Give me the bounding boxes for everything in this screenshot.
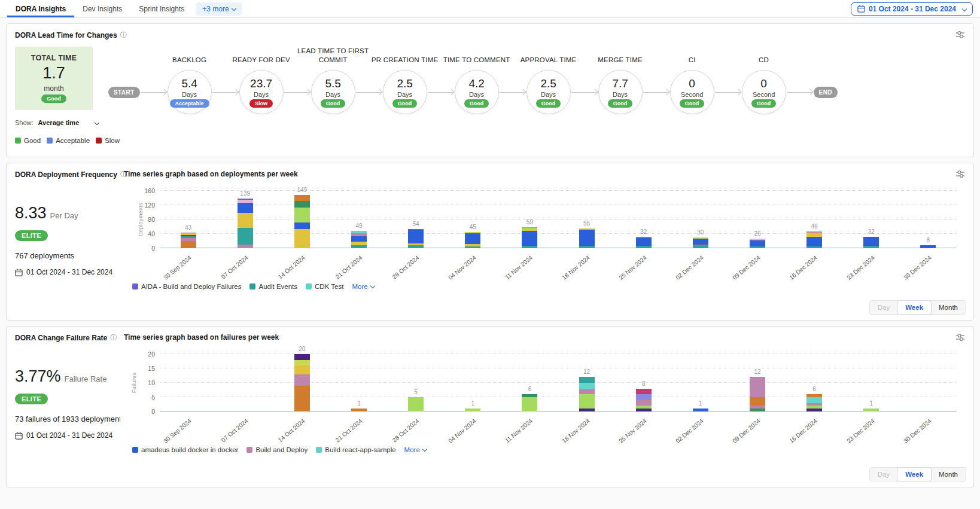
stage-cd[interactable]: CD0SecondGood [742,70,786,114]
bar-segment [294,223,310,229]
bar-slot: 4616 Dec 2024 [786,191,843,248]
bar-segment [636,400,652,406]
legend-label: Good [24,137,41,144]
deployment-summary: 767 deployments [15,251,120,260]
toggle-day-button[interactable]: Day [870,468,897,481]
deployment-granularity-toggle: Day Week Month [869,300,966,315]
bar-14-oct-2024[interactable] [294,195,310,248]
bar-value-label: 32 [640,228,647,235]
deployment-title: DORA Deployment Frequency [15,170,117,179]
date-range-button[interactable]: 01 Oct 2024 - 31 Dec 2024 [851,2,973,16]
bar-value-label: 54 [413,221,419,227]
bar-slots: 4330 Sep 202413907 Oct 202414914 Oct 202… [160,191,957,248]
change-failure-rate-panel: DORA Change Failure Rate ⓘ Time series g… [6,326,974,487]
bar-segment [863,409,879,412]
bar-02-dec-2024[interactable] [693,237,708,248]
legend-more-link[interactable]: More [404,446,427,453]
bar-18-nov-2024[interactable] [579,377,595,412]
lead-time-title: DORA Lead Time for Changes [15,31,117,39]
bar-11-nov-2024[interactable] [522,227,537,248]
bar-segment [579,409,595,412]
bar-28-oct-2024[interactable] [408,229,424,248]
total-time-card: TOTAL TIME 1.7 month Good [15,47,93,110]
bar-11-nov-2024[interactable] [522,394,537,412]
toggle-week-button[interactable]: Week [897,467,932,481]
info-icon[interactable]: ⓘ [120,31,127,39]
stage-status-badge: Good [680,99,705,108]
panel-settings-button[interactable] [955,333,965,342]
bar-segment [408,230,424,243]
stage-ready-for-dev[interactable]: READY FOR DEV23.7DaysSlow [239,70,284,114]
bar-segment [806,246,822,248]
legend-more-link[interactable]: More [352,283,374,290]
stage-unit: Days [613,91,628,98]
failure-granularity-toggle: Day Week Month [869,467,966,481]
x-tick-label: 18 Nov 2024 [561,417,591,444]
bar-slot: 830 Dec 2024 [900,191,957,248]
bar-value-label: 5 [414,389,418,395]
tab-sprint-insights[interactable]: Sprint Insights [130,0,193,17]
panel-settings-button[interactable] [955,31,965,39]
stage-ci[interactable]: CI0SecondGood [670,70,714,114]
panel-settings-button[interactable] [955,170,965,178]
bar-18-nov-2024[interactable] [579,228,595,248]
bar-slot: 07 Oct 2024 [217,354,273,412]
x-tick-label: 09 Dec 2024 [732,417,762,444]
stage-backlog[interactable]: BACKLOG5.4DaysAcceptable [168,70,212,114]
bar-07-oct-2024[interactable] [238,199,253,248]
bar-23-dec-2024[interactable] [863,237,879,248]
bar-segment [863,246,879,248]
legend-item: amadeus build docker in docker [132,446,238,453]
bar-slot: 3002 Dec 2024 [672,191,729,248]
x-tick-label: 25 Nov 2024 [617,417,648,444]
bar-slot: 104 Nov 2024 [445,354,501,412]
stage-circle: 0SecondGood [670,70,714,114]
more-tabs-button[interactable]: +3 more [196,2,241,16]
bar-28-oct-2024[interactable] [408,397,424,412]
tab-dev-insights[interactable]: Dev Insights [74,0,130,17]
bar-30-sep-2024[interactable] [181,233,196,248]
toggle-month-button[interactable]: Month [931,468,966,481]
bar-segment [465,233,480,244]
bar-23-dec-2024[interactable] [863,409,879,412]
bar-segment [579,394,595,409]
bar-09-dec-2024[interactable] [750,377,765,412]
bar-value-label: 139 [240,190,250,197]
stage-approval-time[interactable]: APPROVAL TIME2.5DaysGood [526,70,571,114]
bar-segment [294,360,310,366]
tab-dora-insights[interactable]: DORA Insights [7,0,74,17]
calendar-icon [857,5,865,13]
stage-lead-time-to-first-commit[interactable]: LEAD TIME TO FIRST COMMIT5.5DaysGood [311,70,355,114]
chevron-down-icon [231,5,236,10]
stage-circle: 23.7DaysSlow [239,70,284,114]
insight-tabs: DORA Insights Dev Insights Sprint Insigh… [7,0,193,17]
failure-rate: 3.77% [15,367,61,385]
toggle-week-button[interactable]: Week [897,300,932,315]
info-icon[interactable]: ⓘ [110,333,117,342]
bar-21-oct-2024[interactable] [351,409,367,412]
stage-time-to-comment[interactable]: TIME TO COMMENT4.2DaysGood [455,70,499,114]
bar-slot: 2014 Oct 2024 [273,354,330,412]
toggle-day-button[interactable]: Day [870,301,897,314]
bar-02-dec-2024[interactable] [693,409,708,412]
stage-merge-time[interactable]: MERGE TIME7.7DaysGood [598,70,643,114]
bar-slot: 123 Dec 2024 [843,354,900,412]
legend-item: AIDA - Build and Deploy Failures [132,283,241,290]
bar-04-nov-2024[interactable] [465,232,480,248]
bar-16-dec-2024[interactable] [806,394,822,412]
bar-09-dec-2024[interactable] [750,239,765,248]
bar-16-dec-2024[interactable] [806,231,822,248]
bar-30-dec-2024[interactable] [920,245,936,248]
top-bar: DORA Insights Dev Insights Sprint Insigh… [0,0,980,18]
bar-14-oct-2024[interactable] [294,354,310,412]
toggle-month-button[interactable]: Month [931,301,966,314]
stage-pr-creation-time[interactable]: PR CREATION TIME2.5DaysGood [383,70,427,114]
bar-21-oct-2024[interactable] [351,231,367,248]
bar-segment [351,409,367,412]
bar-25-nov-2024[interactable] [636,237,652,248]
show-dropdown[interactable]: Show: Average time [15,119,99,126]
bar-04-nov-2024[interactable] [465,409,480,412]
bar-value-label: 6 [528,386,532,392]
bar-25-nov-2024[interactable] [636,389,652,412]
y-tick-label: 0 [137,408,155,415]
